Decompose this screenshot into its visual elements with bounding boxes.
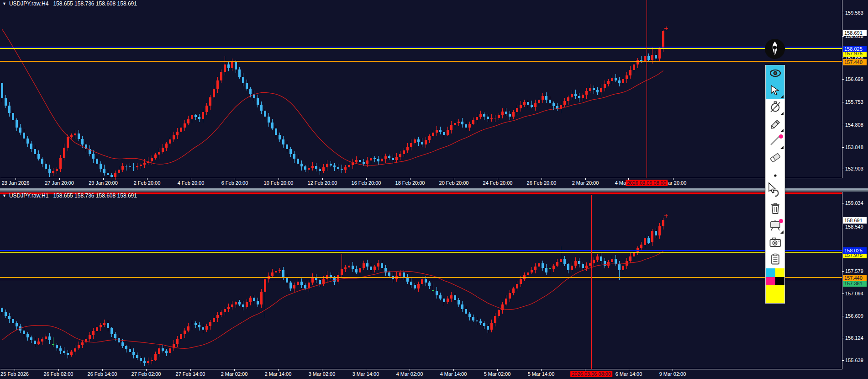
more-options-corner-icon — [780, 146, 784, 149]
time-tick-label: 10 Feb 20:00 — [264, 180, 294, 186]
price-tick-mark — [842, 316, 844, 316]
price-tick-mark — [842, 102, 844, 102]
time-tick-label: 5 Mar 14:00 — [528, 371, 555, 377]
price-tick-mark — [842, 203, 844, 203]
time-tick-label: 2 Mar 02:00 — [221, 371, 248, 377]
price-tick-label: 157.579 — [845, 268, 863, 274]
selected-color-swatch[interactable] — [766, 285, 784, 303]
collapse-triangle-icon[interactable]: ▼ — [2, 1, 6, 6]
eraser-icon — [769, 152, 782, 165]
price-spike-marker — [664, 214, 668, 218]
h4-ohlc-values: 158.655 158.736 158.608 158.691 — [53, 0, 137, 7]
h1-chart-title: ▼USDJPY.raw,H1158.655 158.736 158.608 15… — [2, 192, 137, 199]
cursor-icon — [770, 85, 781, 97]
time-tick-label: 5 Mar 02:00 — [484, 371, 511, 377]
splitter-bar — [0, 188, 868, 190]
time-tick-label: 12 Feb 20:00 — [308, 180, 337, 186]
time-tick-label: 9 Mar 02:00 — [659, 371, 686, 377]
price-level-badge: 157.440 — [843, 275, 867, 281]
time-tick-label: 2 Mar 14:00 — [265, 371, 292, 377]
price-tick-label: 152.903 — [845, 166, 863, 171]
price-tick-mark — [842, 13, 844, 13]
time-tick-label: 6 Feb 20:00 — [221, 180, 248, 186]
price-level-badge: 158.025 — [843, 46, 867, 52]
color-swatch-0[interactable] — [766, 268, 775, 277]
h4-chart-title: ▼USDJPY.raw,H4158.655 158.736 158.608 15… — [2, 0, 137, 7]
window-splitter[interactable] — [0, 188, 868, 192]
h4-time-axis[interactable]: 23 Jan 202627 Jan 20:0029 Jan 20:002 Feb… — [0, 179, 868, 188]
time-tick-label: 6 Mar 14:00 — [615, 371, 642, 377]
time-tick-label: 26 Feb 14:00 — [88, 371, 117, 377]
price-tick-mark — [842, 58, 844, 58]
color-palette — [766, 268, 784, 285]
price-level-badge: 157.440 — [843, 59, 867, 65]
time-tick-label: 27 Jan 20:00 — [45, 180, 74, 186]
vline-time-badge: 2026.03.06 08:00 — [570, 371, 612, 377]
h4-symbol-timeframe: USDJPY.raw,H4 — [9, 0, 48, 7]
time-tick-label: 26 Feb 02:00 — [44, 371, 74, 377]
h1-price-axis[interactable]: 159.034158.549157.579157.094156.609156.1… — [843, 192, 868, 379]
h1-symbol-timeframe: USDJPY.raw,H1 — [9, 192, 48, 199]
price-level-badge: 158.025 — [843, 247, 867, 254]
time-tick-label: 27 Feb 14:00 — [176, 371, 205, 377]
pen-nib-logo[interactable] — [764, 38, 786, 60]
price-tick-mark — [842, 360, 844, 361]
timer-button[interactable] — [766, 99, 784, 116]
pink-status-dot — [779, 219, 783, 223]
line-tool-button[interactable] — [766, 133, 784, 150]
splitter-bar — [0, 190, 868, 192]
chart-window-h1: ▼USDJPY.raw,H1158.655 158.736 158.608 15… — [0, 192, 868, 379]
price-tick-label: 156.124 — [845, 335, 863, 341]
time-tick-label: 2 Mar 20:00 — [572, 180, 599, 186]
price-level-badge: 158.691 — [843, 30, 867, 36]
price-tick-label: 156.698 — [845, 76, 863, 82]
time-tick-label: 18 Feb 20:00 — [395, 180, 425, 186]
time-tick-label: 3 Mar 14:00 — [352, 371, 379, 377]
price-tick-mark — [842, 147, 844, 148]
pen-button[interactable] — [766, 116, 784, 133]
more-options-corner-icon — [780, 112, 784, 115]
h1-ohlc-values: 158.655 158.736 158.608 158.691 — [53, 192, 137, 199]
time-tick-label: 4 Mar 02:00 — [396, 371, 423, 377]
price-tick-mark — [842, 125, 844, 125]
price-tick-label: 158.549 — [845, 224, 863, 230]
h4-price-axis[interactable]: 159.563158.618157.658156.698155.753154.8… — [843, 0, 868, 188]
size-button[interactable] — [766, 167, 784, 184]
price-tick-mark — [842, 294, 844, 294]
eye-icon — [769, 68, 782, 80]
marker-icon — [769, 118, 781, 132]
time-tick-label: 2 Feb 20:00 — [134, 180, 161, 186]
visibility-button[interactable] — [766, 65, 784, 82]
h4-chart-canvas[interactable] — [0, 0, 868, 188]
dot-icon — [773, 171, 778, 180]
time-tick-label: 23 Jan 2026 — [2, 180, 30, 186]
color-swatch-3[interactable] — [775, 277, 785, 286]
trash-icon — [770, 203, 781, 216]
clear-button[interactable] — [766, 201, 784, 218]
time-tick-label: 20 Feb 20:00 — [439, 180, 469, 186]
h1-time-axis[interactable]: 25 Feb 202626 Feb 02:0026 Feb 14:0027 Fe… — [0, 370, 868, 379]
color-swatch-1[interactable] — [775, 268, 785, 277]
more-options-corner-icon — [780, 129, 784, 132]
screenshot-button[interactable] — [766, 235, 784, 251]
time-tick-label: 3 Mar 02:00 — [309, 371, 336, 377]
price-level-badge: 158.691 — [843, 217, 867, 224]
whiteboard-button[interactable] — [766, 218, 784, 235]
collapse-triangle-icon[interactable]: ▼ — [2, 193, 6, 198]
more-options-corner-icon — [780, 95, 784, 98]
time-tick-label: 26 Feb 20:00 — [527, 180, 557, 186]
eraser-button[interactable] — [766, 150, 784, 167]
color-swatch-2[interactable] — [766, 277, 775, 286]
price-tick-label: 153.848 — [845, 144, 863, 150]
time-tick-label: 24 Feb 20:00 — [483, 180, 513, 186]
time-tick-label: 16 Feb 20:00 — [352, 180, 381, 186]
mouse-cursor — [768, 182, 779, 193]
select-button[interactable] — [766, 82, 784, 99]
price-tick-label: 157.094 — [845, 291, 863, 296]
price-tick-mark — [842, 79, 844, 80]
time-tick-label: 4 Feb 20:00 — [178, 180, 205, 186]
time-tick-label: 4 Mar 14:00 — [440, 371, 467, 377]
price-spike-marker — [664, 27, 668, 30]
notes-button[interactable] — [766, 251, 784, 268]
h1-chart-canvas[interactable] — [0, 192, 868, 379]
